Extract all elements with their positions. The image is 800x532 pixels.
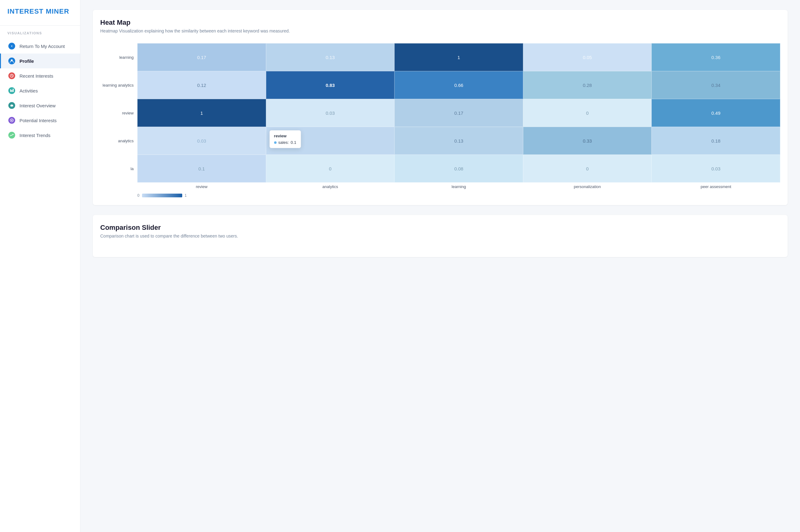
col-label-4: peer assessment bbox=[651, 184, 780, 189]
heatmap-grid: learning 0.17 0.13 1 0.05 0.36 learning … bbox=[100, 43, 780, 183]
cell-0-2[interactable]: 1 bbox=[395, 43, 523, 71]
tooltip-value: 0.1 bbox=[291, 140, 297, 145]
cell-1-2[interactable]: 0.66 bbox=[395, 71, 523, 99]
col-label-1: analytics bbox=[266, 184, 395, 189]
cell-1-4[interactable]: 0.34 bbox=[651, 71, 780, 99]
cell-1-0[interactable]: 0.12 bbox=[137, 71, 266, 99]
cell-3-4[interactable]: 0.18 bbox=[651, 127, 780, 155]
heatmap-tooltip: review sales: 0.1 bbox=[269, 130, 301, 148]
sidebar-item-profile-label: Profile bbox=[19, 58, 34, 64]
cell-3-3[interactable]: 0.33 bbox=[523, 127, 652, 155]
cell-2-3[interactable]: 0 bbox=[523, 99, 652, 127]
sidebar-item-potential-interests-label: Potential Interests bbox=[19, 118, 57, 123]
heatmap-description: Heatmap Visualization explaining how the… bbox=[100, 28, 780, 33]
tooltip-dot bbox=[274, 141, 277, 144]
sidebar-item-recent-interests-label: Recent Interests bbox=[19, 73, 53, 79]
cell-2-4[interactable]: 0.49 bbox=[651, 99, 780, 127]
comparison-description: Comparison chart is used to compare the … bbox=[100, 233, 780, 239]
sidebar-item-activities[interactable]: Activities bbox=[0, 83, 80, 98]
cell-0-4[interactable]: 0.36 bbox=[651, 43, 780, 71]
heatmap-title: Heat Map bbox=[100, 19, 780, 26]
recent-interests-icon bbox=[8, 72, 15, 79]
tooltip-row: sales: 0.1 bbox=[274, 140, 297, 145]
cell-4-4[interactable]: 0.03 bbox=[651, 155, 780, 183]
interest-overview-icon bbox=[8, 102, 15, 109]
activities-icon bbox=[8, 87, 15, 94]
potential-interests-icon bbox=[8, 117, 15, 124]
cell-4-0[interactable]: 0.1 bbox=[137, 155, 266, 183]
svg-rect-4 bbox=[12, 90, 12, 92]
cell-2-1[interactable]: 0.03 bbox=[266, 99, 395, 127]
svg-point-9 bbox=[11, 120, 12, 121]
cell-1-1[interactable]: 0.83 bbox=[266, 71, 395, 99]
sidebar-item-interest-trends[interactable]: Interest Trends bbox=[0, 128, 80, 142]
col-label-3: personalization bbox=[523, 184, 652, 189]
sidebar-item-return-label: Return To My Account bbox=[19, 44, 65, 49]
return-icon bbox=[8, 43, 15, 50]
sidebar-item-recent-interests[interactable]: Recent Interests bbox=[0, 68, 80, 83]
cell-2-0[interactable]: 1 bbox=[137, 99, 266, 127]
tooltip-key: sales: bbox=[279, 140, 289, 145]
sidebar-item-return[interactable]: Return To My Account bbox=[0, 39, 80, 54]
cell-0-1[interactable]: 0.13 bbox=[266, 43, 395, 71]
cell-3-1[interactable]: review sales: 0.1 bbox=[266, 127, 395, 155]
row-label-0: learning bbox=[100, 43, 137, 71]
col-label-2: learning bbox=[395, 184, 523, 189]
profile-icon bbox=[8, 58, 15, 64]
cell-4-3[interactable]: 0 bbox=[523, 155, 652, 183]
cell-0-3[interactable]: 0.05 bbox=[523, 43, 652, 71]
comparison-title: Comparison Slider bbox=[100, 224, 780, 232]
heatmap-col-labels: review analytics learning personalizatio… bbox=[100, 184, 780, 189]
row-label-4: la bbox=[100, 155, 137, 183]
cell-4-1[interactable]: 0 bbox=[266, 155, 395, 183]
sidebar-item-potential-interests[interactable]: Potential Interests bbox=[0, 113, 80, 128]
col-label-spacer bbox=[100, 184, 137, 189]
sidebar-item-profile[interactable]: Profile bbox=[0, 54, 80, 68]
comparison-section: Comparison Slider Comparison chart is us… bbox=[93, 215, 788, 257]
row-label-3: analytics bbox=[100, 127, 137, 155]
row-label-2: review bbox=[100, 99, 137, 127]
interest-trends-icon bbox=[8, 132, 15, 138]
col-label-0: review bbox=[137, 184, 266, 189]
sidebar-item-interest-overview[interactable]: Interest Overview bbox=[0, 98, 80, 113]
sidebar-section-label: VISUALIZATIONS bbox=[0, 25, 80, 39]
cell-3-2[interactable]: 0.13 bbox=[395, 127, 523, 155]
svg-point-7 bbox=[11, 104, 13, 106]
svg-rect-3 bbox=[10, 89, 11, 92]
heatmap-wrapper: learning 0.17 0.13 1 0.05 0.36 learning … bbox=[100, 43, 780, 198]
scale-max: 1 bbox=[185, 193, 187, 198]
cell-4-2[interactable]: 0.08 bbox=[395, 155, 523, 183]
cell-0-0[interactable]: 0.17 bbox=[137, 43, 266, 71]
sidebar-nav: Return To My Account Profile Recent Inte… bbox=[0, 39, 80, 142]
row-label-1: learning analytics bbox=[100, 71, 137, 99]
heatmap-section: Heat Map Heatmap Visualization explainin… bbox=[93, 10, 788, 205]
svg-rect-5 bbox=[13, 89, 14, 92]
app-logo: INTEREST MINER bbox=[0, 7, 80, 25]
sidebar: INTEREST MINER VISUALIZATIONS Return To … bbox=[0, 0, 80, 532]
scale-bar bbox=[142, 194, 182, 197]
sidebar-item-activities-label: Activities bbox=[19, 88, 38, 93]
tooltip-title: review bbox=[274, 134, 297, 138]
cell-2-2[interactable]: 0.17 bbox=[395, 99, 523, 127]
scale-min: 0 bbox=[137, 193, 139, 198]
color-scale: 0 1 bbox=[100, 193, 780, 198]
main-content: Heat Map Heatmap Visualization explainin… bbox=[80, 0, 800, 532]
cell-1-3[interactable]: 0.28 bbox=[523, 71, 652, 99]
sidebar-item-interest-trends-label: Interest Trends bbox=[19, 133, 51, 138]
sidebar-item-interest-overview-label: Interest Overview bbox=[19, 103, 56, 108]
cell-3-0[interactable]: 0.03 bbox=[137, 127, 266, 155]
